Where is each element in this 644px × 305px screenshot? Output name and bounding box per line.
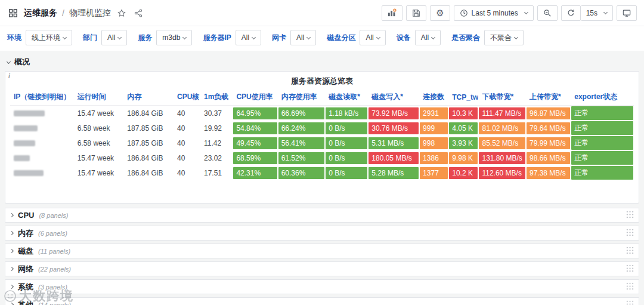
metric-value-cell: 73.92 MB/s <box>368 106 419 121</box>
metric-value-cell: 2931 <box>419 106 448 121</box>
metric-value-cell: 正常 <box>571 135 634 150</box>
column-header-6[interactable]: 内存使用率 <box>278 90 325 106</box>
column-header-5[interactable]: CPU使用率 <box>233 90 277 106</box>
drag-handle-icon[interactable] <box>626 300 634 305</box>
column-header-12[interactable]: 上传带宽* <box>526 90 571 106</box>
metric-value-cell: 正常 <box>571 106 634 121</box>
dashboard-body: 概况 i 服务器资源总览表 IP（链接到明细）运行时间内存CPU核1m负载CPU… <box>0 51 644 305</box>
text-cell: 30.37 <box>200 106 233 121</box>
table-header-row: IP（链接到明细）运行时间内存CPU核1m负载CPU使用率内存使用率磁盘读取*磁… <box>10 90 634 106</box>
text-cell: 19.92 <box>200 121 233 135</box>
chevron-down-icon <box>117 35 122 39</box>
text-cell: 11.42 <box>200 135 233 150</box>
chevron-right-icon <box>10 249 14 253</box>
column-header-9[interactable]: 连接数 <box>419 90 448 106</box>
column-header-8[interactable]: 磁盘写入* <box>368 90 419 106</box>
panel-info-icon[interactable]: i <box>8 73 10 79</box>
filter-value-dropdown[interactable]: All <box>101 30 127 45</box>
ip-link-cell-redacted[interactable] <box>10 135 74 150</box>
table-row: 15.47 week186.84 GiB4017.5142.31%60.36%0… <box>10 165 634 180</box>
text-cell: 186.84 GiB <box>123 165 174 180</box>
add-panel-button[interactable] <box>382 5 402 21</box>
filter-value-dropdown[interactable]: All <box>415 30 441 45</box>
column-header-10[interactable]: TCP_tw <box>448 90 478 106</box>
section-title: 其他 <box>18 300 33 305</box>
dashboard-settings-button[interactable]: ⚙ <box>430 5 450 21</box>
metric-value-cell: 3.93 K <box>448 135 478 150</box>
drag-handle-icon[interactable] <box>626 211 634 220</box>
column-header-1[interactable]: 运行时间 <box>74 90 124 106</box>
text-cell: 186.84 GiB <box>123 106 174 121</box>
drag-handle-icon[interactable] <box>626 247 634 256</box>
filter-value-dropdown[interactable]: All <box>290 30 316 45</box>
section-row-4[interactable]: 系统(3 panels) <box>5 279 639 294</box>
filter-value-dropdown[interactable]: 不聚合 <box>484 30 524 45</box>
metric-value-cell: 9.98 K <box>448 150 478 165</box>
tv-mode-button[interactable] <box>617 5 637 21</box>
section-row-5[interactable]: 其他(14 panels) <box>5 297 639 305</box>
column-header-2[interactable]: 内存 <box>123 90 174 106</box>
filter-2: 服务m3db <box>138 30 192 45</box>
filter-1: 部门All <box>83 30 127 45</box>
section-row-2[interactable]: 磁盘(11 panels) <box>5 244 639 258</box>
section-row-overview[interactable]: 概况 <box>0 53 644 70</box>
refresh-button[interactable] <box>561 5 581 21</box>
panel-title[interactable]: 服务器资源总览表 <box>10 75 634 90</box>
column-header-13[interactable]: exporter状态 <box>571 90 634 106</box>
drag-handle-icon[interactable] <box>626 282 634 292</box>
text-cell: 187.85 GiB <box>123 121 174 135</box>
server-overview-table: IP（链接到明细）运行时间内存CPU核1m负载CPU使用率内存使用率磁盘读取*磁… <box>10 90 634 180</box>
column-header-3[interactable]: CPU核 <box>174 90 200 106</box>
drag-handle-icon[interactable] <box>626 264 634 274</box>
chevron-right-icon <box>10 213 14 217</box>
column-header-7[interactable]: 磁盘读取* <box>325 90 368 106</box>
filter-value-dropdown[interactable]: m3db <box>156 30 192 45</box>
metric-value-cell: 64.95% <box>233 106 277 121</box>
filter-4: 网卡All <box>272 30 316 45</box>
section-row-1[interactable]: 内存(6 panels) <box>5 226 639 241</box>
section-panel-count: (8 panels) <box>39 212 68 219</box>
table-panel: i 服务器资源总览表 IP（链接到明细）运行时间内存CPU核1m负载CPU使用率… <box>5 71 639 204</box>
refresh-interval-dropdown[interactable]: 15s <box>581 5 613 21</box>
ip-link-cell-redacted[interactable] <box>10 150 74 165</box>
column-header-0[interactable]: IP（链接到明细） <box>10 90 74 106</box>
chevron-down-icon <box>182 35 187 39</box>
metric-value-cell: 1.18 kB/s <box>325 106 368 121</box>
column-header-11[interactable]: 下载带宽* <box>478 90 525 106</box>
filter-label: 服务 <box>138 33 152 43</box>
section-row-0[interactable]: CPU(8 panels) <box>5 208 639 223</box>
time-range-label: Last 5 minutes <box>472 9 518 17</box>
filter-value-dropdown[interactable]: 线上环境 <box>26 30 72 45</box>
time-range-picker[interactable]: Last 5 minutes <box>454 5 534 21</box>
metric-value-cell: 98.66 MB/s <box>526 150 571 165</box>
section-title: 磁盘 <box>18 246 33 257</box>
text-cell: 15.47 week <box>74 106 124 121</box>
chevron-down-icon <box>7 59 11 63</box>
section-row-3[interactable]: 网络(22 panels) <box>5 261 639 276</box>
filter-value-dropdown[interactable]: All <box>360 30 385 45</box>
ip-link-cell-redacted[interactable] <box>10 121 74 135</box>
metric-value-cell: 60.36% <box>278 165 325 180</box>
filter-label: 是否聚合 <box>451 33 480 43</box>
ip-link-cell-redacted[interactable] <box>10 106 74 121</box>
table-row: 15.47 week186.84 GiB4023.0268.59%61.52%0… <box>10 150 634 165</box>
metric-value-cell: 111.47 MB/s <box>478 106 525 121</box>
metric-value-cell: 66.69% <box>278 106 325 121</box>
column-header-4[interactable]: 1m负载 <box>200 90 233 106</box>
metric-value-cell: 131.80 MB/s <box>478 150 525 165</box>
zoom-out-button[interactable] <box>537 5 558 21</box>
filter-value-dropdown[interactable]: All <box>236 30 261 45</box>
monitor-icon <box>623 9 631 17</box>
table-row: 15.47 week186.84 GiB4030.3764.95%66.69%1… <box>10 106 634 121</box>
save-dashboard-button[interactable] <box>406 5 426 21</box>
star-icon[interactable] <box>116 7 128 19</box>
metric-value-cell: 66.24% <box>278 121 325 135</box>
drag-handle-icon[interactable] <box>626 229 634 238</box>
metric-value-cell: 56.41% <box>278 135 325 150</box>
breadcrumb-section[interactable]: 运维服务 <box>24 8 57 19</box>
ip-link-cell-redacted[interactable] <box>10 165 74 180</box>
share-icon[interactable] <box>132 7 144 19</box>
refresh-icon <box>567 9 575 17</box>
chevron-down-icon <box>524 10 528 14</box>
breadcrumb-page-title[interactable]: 物理机监控 <box>69 8 111 19</box>
